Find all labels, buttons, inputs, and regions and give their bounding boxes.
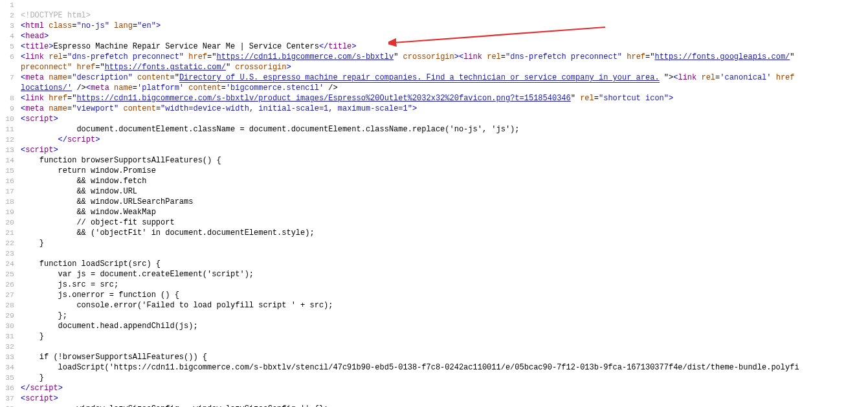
token-plain: " [394,52,403,61]
token-plain [133,73,137,82]
token-attr: lang [114,21,133,30]
token-plain: =" [645,52,654,61]
code-line[interactable]: <link href="https://cdn11.bigcommerce.co… [21,93,868,104]
code-line[interactable]: <script> [21,114,868,124]
code-line[interactable]: }; [21,311,868,321]
token-val: 'canonical' [720,73,771,82]
token-plain: js.src = src; [21,280,118,289]
code-line[interactable]: // object-fit support [21,217,868,228]
token-plain: = [594,94,599,103]
code-line[interactable]: } [21,331,868,342]
code-line[interactable]: console.error('Failed to load polyfill s… [21,300,868,311]
code-line[interactable]: locations/' /><meta name='platform' cont… [21,83,868,93]
code-line[interactable]: <head> [21,31,868,41]
token-tag: script [25,115,53,124]
code-line[interactable]: <link rel="dns-prefetch preconnect" href… [21,52,868,62]
line-number: 37 [0,393,14,404]
code-line[interactable]: && window.URLSearchParams [21,197,868,207]
code-line[interactable]: <script> [21,393,868,404]
code-line[interactable]: <meta name="viewport" content="width=dev… [21,104,868,114]
token-bracket: > [53,146,58,155]
code-line[interactable]: && window.fetch [21,176,868,186]
token-bracket: > [412,104,417,113]
token-plain: " [571,94,580,103]
token-plain: }; [21,311,67,320]
code-line[interactable]: } [21,373,868,383]
code-line[interactable]: <title>Espresso Machine Repair Service N… [21,41,868,52]
token-plain: = [156,104,161,113]
token-attr: content [123,104,155,113]
token-val: "width=device-width, initial-scale=1, ma… [161,104,412,113]
code-line[interactable] [21,0,868,10]
line-number: 18 [0,197,14,207]
token-val: "dns-prefetch preconnect" [506,52,622,61]
token-bracket: > [44,32,49,41]
code-line[interactable]: </script> [21,135,868,145]
token-attr: href [49,94,67,103]
token-plain: // object-fit support [21,218,175,227]
token-val: 'bigcommerce.stencil' [226,83,324,93]
code-line[interactable]: preconnect" href="https://fonts.gstatic.… [21,62,868,72]
line-number: 32 [0,342,14,352]
line-number [0,62,14,72]
line-number: 35 [0,373,14,383]
code-line[interactable]: && window.URL [21,186,868,197]
token-attr: crossorigin [235,63,286,72]
code-line[interactable]: <script> [21,145,868,155]
token-bracket: > [669,94,673,103]
code-line[interactable]: var js = document.createElement('script'… [21,269,868,280]
code-line[interactable]: document.documentElement.className = doc… [21,124,868,135]
token-attr: content [137,73,170,82]
code-editor[interactable]: 1234567891011121314151617181920212223242… [0,0,868,407]
token-link: https://fonts.gstatic.com/ [105,63,226,72]
token-plain: function loadScript(src) { [21,259,161,269]
token-bracket: > [454,52,459,61]
token-bracket: > [53,115,58,124]
code-line[interactable]: <!DOCTYPE html> [21,10,868,21]
line-number: 15 [0,166,14,176]
token-tag: script [30,384,58,393]
line-number: 26 [0,280,14,290]
token-plain: = [63,52,67,61]
token-plain: "> [660,73,674,82]
code-line[interactable]: <html class="no-js" lang="en"> [21,21,868,31]
token-bracket: > [58,384,63,393]
token-plain: function browserSupportsAllFeatures() { [21,156,221,165]
code-line[interactable]: js.src = src; [21,280,868,290]
line-number: 14 [0,155,14,166]
token-tag: meta [25,73,44,82]
code-line[interactable]: && ('objectFit' in document.documentElem… [21,228,868,238]
line-number: 4 [0,31,14,41]
code-line[interactable] [21,248,868,259]
token-bracket: < [86,83,91,93]
token-plain: = [501,52,506,61]
code-area[interactable]: <!DOCTYPE html><html class="no-js" lang=… [18,0,868,407]
code-line[interactable]: loadScript('https://cdn11.bigcommerce.co… [21,362,868,373]
code-line[interactable]: function browserSupportsAllFeatures() { [21,155,868,166]
token-attr: preconnect" [21,63,72,72]
code-line[interactable]: </script> [21,383,868,393]
code-line[interactable]: js.onerror = function () { [21,290,868,300]
code-line[interactable] [21,342,868,352]
code-line[interactable]: document.head.appendChild(js); [21,321,868,331]
token-plain: && ('objectFit' in document.documentElem… [21,228,315,237]
token-plain: return window.Promise [21,166,156,175]
code-line[interactable]: } [21,238,868,248]
token-attr: crossorigin [403,52,454,61]
token-plain [21,135,58,144]
code-line[interactable]: <meta name="description" content="Direct… [21,72,868,83]
code-line[interactable]: window.lazySizesConfig = window.lazySize… [21,404,868,407]
code-line[interactable]: if (!browserSupportsAllFeatures()) { [21,352,868,362]
token-plain: document.documentElement.className = doc… [21,125,520,134]
token-bracket: > [95,135,100,144]
code-line[interactable]: return window.Promise [21,166,868,176]
code-line[interactable]: && window.WeakMap [21,207,868,217]
token-plain: } [21,373,44,382]
line-number [0,83,14,93]
token-link: locations/' [21,83,72,93]
code-line[interactable]: function loadScript(src) { [21,259,868,269]
line-number: 10 [0,114,14,124]
token-plain: /> [72,83,86,93]
token-plain: loadScript('https://cdn11.bigcommerce.co… [21,363,799,372]
token-attr: rel [580,94,594,103]
